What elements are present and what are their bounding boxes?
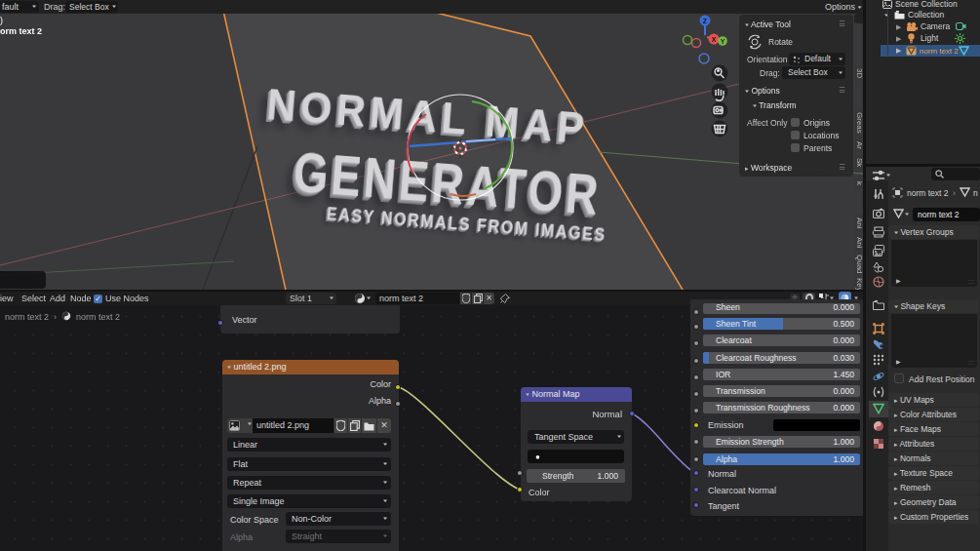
svg-text:Z: Z <box>703 18 708 24</box>
svg-text:X: X <box>712 36 717 43</box>
svg-text:Y: Y <box>721 38 725 45</box>
